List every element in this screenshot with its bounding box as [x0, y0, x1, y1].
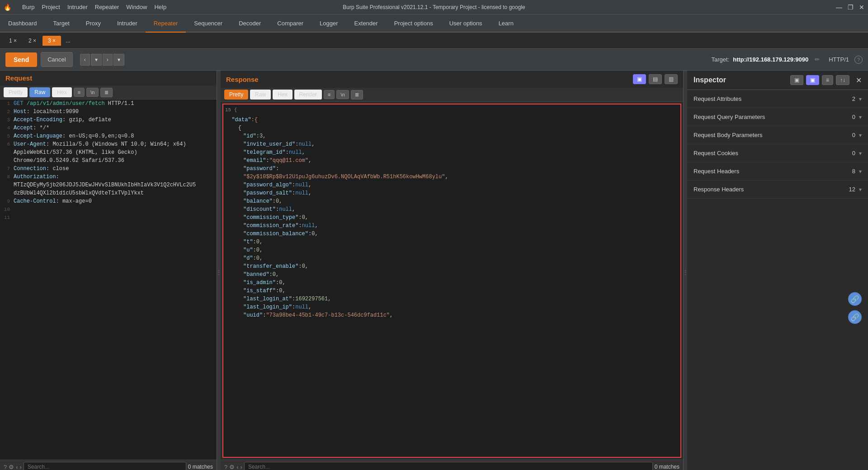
menu-help[interactable]: Help — [154, 4, 166, 10]
inspector-row-attributes[interactable]: Request Attributes 2 ▾ — [687, 90, 868, 108]
inspector-row-response-headers[interactable]: Response Headers 12 ▾ — [687, 180, 868, 199]
request-line-7: 7 Connection: close — [0, 165, 217, 173]
edit-target-icon[interactable]: ✏ — [815, 56, 820, 63]
nav-tab-repeater[interactable]: Repeater — [146, 14, 186, 33]
response-wrap-btn[interactable]: ≣ — [351, 90, 363, 100]
request-search-help-icon[interactable]: ? — [4, 464, 7, 470]
request-search-bar: ? ⚙ ‹ › 0 matches — [0, 460, 217, 470]
response-view-full-btn[interactable]: ▥ — [665, 74, 678, 84]
request-search-prev-btn[interactable]: ‹ — [16, 464, 18, 470]
nav-tab-decoder[interactable]: Decoder — [231, 14, 269, 33]
nav-tab-user-options[interactable]: User options — [441, 14, 491, 33]
menu-project[interactable]: Project — [42, 4, 60, 10]
request-search-input[interactable] — [24, 462, 186, 470]
inspector-row-cookies-chevron: ▾ — [859, 150, 862, 157]
response-newline-btn[interactable]: \n — [336, 90, 349, 99]
menu-burp[interactable]: Burp — [22, 4, 34, 10]
response-view-table-btn[interactable]: ▤ — [649, 74, 662, 84]
inspector-row-body-params[interactable]: Request Body Parameters 0 ▾ — [687, 126, 868, 144]
resp-commission-rate: "commission_rate":null, — [225, 222, 679, 230]
inspector-row-req-headers-chevron: ▾ — [859, 168, 862, 175]
menu-window[interactable]: Window — [126, 4, 147, 10]
nav-tab-intruder[interactable]: Intruder — [109, 14, 146, 33]
response-drag-handle[interactable] — [684, 71, 687, 470]
response-render-btn[interactable]: Render — [294, 90, 322, 100]
request-drag-handle[interactable] — [217, 71, 221, 470]
request-code-area[interactable]: 1 GET /api/v1/admin/user/fetch HTTP/1.1 … — [0, 100, 217, 460]
inspector-sort-btn[interactable]: ≡ — [822, 75, 833, 85]
request-newline-btn[interactable]: \n — [86, 88, 99, 97]
response-panel: Response ▣ ▤ ▥ Pretty Raw Hex Render ≡ \… — [221, 71, 684, 470]
request-line-9: 9 Cache-Control: max-age=0 — [0, 197, 217, 205]
menu-bar: 🔥 Burp Project Intruder Repeater Window … — [4, 4, 166, 11]
repeater-tab-more[interactable]: ... — [62, 35, 74, 46]
nav-tab-proxy[interactable]: Proxy — [78, 14, 109, 33]
inspector-view-split-btn[interactable]: ▣ — [790, 75, 803, 85]
nav-tab-comparer[interactable]: Comparer — [269, 14, 311, 33]
close-button[interactable]: ✕ — [859, 4, 864, 11]
request-line-2: 2 Host: localhost:9090 — [0, 108, 217, 116]
response-view-split-btn[interactable]: ▣ — [633, 74, 646, 84]
inspector-close-btn[interactable]: ✕ — [856, 76, 862, 85]
response-format-icon1[interactable]: ≡ — [324, 90, 335, 99]
nav-tab-sequencer[interactable]: Sequencer — [186, 14, 231, 33]
inspector-view-table-btn[interactable]: ▣ — [806, 75, 819, 85]
request-wrap-btn[interactable]: ≣ — [100, 88, 113, 97]
inspector-row-query-params[interactable]: Request Query Parameters 0 ▾ — [687, 108, 868, 126]
menu-intruder[interactable]: Intruder — [67, 4, 88, 10]
request-hex-btn[interactable]: Hex — [52, 87, 71, 97]
repeater-tab-3[interactable]: 3 × — [42, 36, 61, 46]
help-icon[interactable]: ? — [854, 56, 863, 64]
response-code-area: 15 { "data":{ { "id":3, "invite_user_id"… — [223, 104, 680, 457]
side-icon-2[interactable]: 🔗 — [848, 310, 862, 324]
response-json-open: { — [225, 124, 679, 132]
resp-t: "t":0, — [225, 238, 679, 246]
prev-arrow-button[interactable]: ‹ — [80, 54, 90, 66]
nav-tab-dashboard[interactable]: Dashboard — [0, 14, 45, 33]
response-pretty-btn[interactable]: Pretty — [224, 90, 248, 100]
send-button[interactable]: Send — [5, 52, 37, 67]
request-line-4: 4 Accept: */* — [0, 124, 217, 132]
side-icon-1[interactable]: 🔗 — [848, 292, 862, 306]
minimize-button[interactable]: — — [836, 4, 842, 11]
nav-tab-extender[interactable]: Extender — [346, 14, 386, 33]
response-view-toggle: ▣ ▤ ▥ — [633, 74, 678, 84]
resp-last-login-ip: "last_login_ip":null, — [225, 303, 679, 311]
request-search-settings-icon[interactable]: ⚙ — [9, 464, 14, 470]
request-format-icon1[interactable]: ≡ — [74, 88, 85, 97]
request-raw-btn[interactable]: Raw — [29, 87, 50, 97]
cancel-button[interactable]: Cancel — [41, 52, 72, 67]
response-search-prev-btn[interactable]: ‹ — [236, 464, 238, 470]
resp-commission-balance: "commission_balance":0, — [225, 230, 679, 238]
next-down-button[interactable]: ▾ — [113, 54, 124, 66]
response-search-next-btn[interactable]: › — [241, 464, 242, 470]
repeater-tabs: 1 × 2 × 3 × ... — [0, 33, 868, 49]
response-search-settings-icon[interactable]: ⚙ — [229, 464, 235, 470]
request-search-next-btn[interactable]: › — [20, 464, 22, 470]
response-search-help-icon[interactable]: ? — [224, 464, 227, 470]
inspector-row-request-headers[interactable]: Request Headers 8 ▾ — [687, 162, 868, 180]
request-pretty-btn[interactable]: Pretty — [4, 87, 28, 97]
request-line-6b: AppleWebKit/537.36 (KHTML, like Gecko) — [0, 148, 217, 157]
nav-tab-target[interactable]: Target — [45, 14, 78, 33]
menu-repeater[interactable]: Repeater — [95, 4, 119, 10]
resp-discount: "discount":null, — [225, 205, 679, 214]
resp-commission-type: "commission_type":0, — [225, 214, 679, 222]
response-hex-btn[interactable]: Hex — [273, 90, 292, 100]
target-url[interactable]: http://192.168.179.129:9090 — [733, 56, 808, 63]
prev-down-button[interactable]: ▾ — [91, 54, 102, 66]
repeater-tab-1[interactable]: 1 × — [4, 36, 22, 46]
request-line-5: 5 Accept-Language: en-US;q=0.9,en;q=0.8 — [0, 132, 217, 140]
nav-tab-logger[interactable]: Logger — [311, 14, 346, 33]
inspector-row-cookies[interactable]: Request Cookies 0 ▾ — [687, 144, 868, 162]
inspector-controls: ▣ ▣ ≡ ↑↓ ✕ — [790, 75, 862, 85]
next-arrow-button[interactable]: › — [103, 54, 113, 66]
inspector-order-btn[interactable]: ↑↓ — [836, 75, 849, 85]
response-raw-btn[interactable]: Raw — [250, 90, 271, 100]
repeater-tab-2[interactable]: 2 × — [23, 36, 42, 46]
response-content-wrapper[interactable]: 15 { "data":{ { "id":3, "invite_user_id"… — [222, 104, 681, 458]
nav-tab-learn[interactable]: Learn — [491, 14, 522, 33]
nav-tab-project-options[interactable]: Project options — [386, 14, 441, 33]
maximize-button[interactable]: ❐ — [848, 4, 854, 11]
response-search-input[interactable] — [244, 462, 653, 470]
